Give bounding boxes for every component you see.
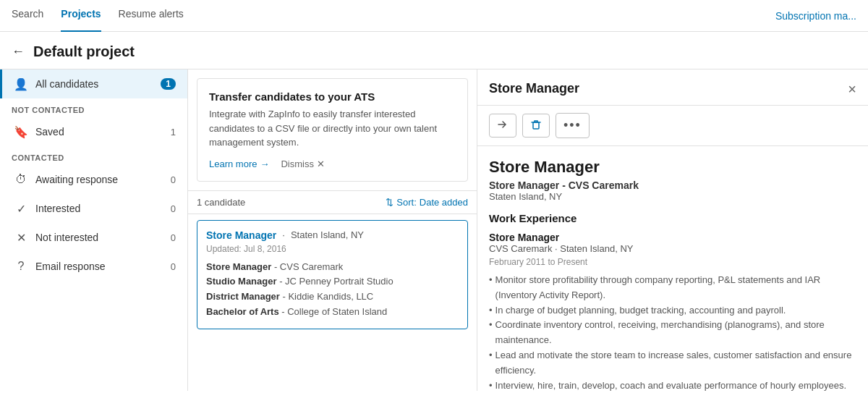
transfer-button[interactable] xyxy=(489,114,516,138)
email-response-count: 0 xyxy=(171,261,176,272)
awaiting-label: Awaiting response xyxy=(35,174,118,185)
sidebar-item-email-left: ? Email response xyxy=(14,259,106,274)
sidebar-item-awaiting[interactable]: ⏱ Awaiting response 0 xyxy=(0,165,187,194)
education: Bachelor of Arts - College of Staten Isl… xyxy=(206,305,459,320)
page-header: ← Default project xyxy=(0,32,868,69)
bullet-2: In charge of budget planning, budget tra… xyxy=(489,303,856,318)
candidate-separator: · xyxy=(282,229,285,240)
work-item-title: Store Manager xyxy=(489,232,856,243)
work-item-company: CVS Caremark · Staten Island, NY xyxy=(489,243,856,254)
role-1: Store Manager - CVS Caremark xyxy=(206,260,459,275)
ats-banner-desc: Integrate with ZapInfo to easily transfe… xyxy=(209,107,456,150)
work-experience-title: Work Experience xyxy=(489,212,856,224)
work-item-0: Store Manager CVS Caremark · Staten Isla… xyxy=(489,232,856,391)
bullet-1: Monitor store profitability through comp… xyxy=(489,273,856,303)
sidebar-item-interested-left: ✓ Interested xyxy=(14,201,80,216)
arrow-right-icon: → xyxy=(260,159,269,169)
not-contacted-section-label: NOT CONTACTED xyxy=(0,98,187,117)
top-nav: Search Projects Resume alerts Subscripti… xyxy=(0,0,868,32)
role-3: District Manager - Kiddie Kandids, LLC xyxy=(206,290,459,305)
work-item-bullets: Monitor store profitability through comp… xyxy=(489,273,856,391)
nav-items: Search Projects Resume alerts xyxy=(12,0,184,32)
interested-label: Interested xyxy=(35,203,80,214)
candidate-detail-section: Store Manager Store Manager - CVS Carema… xyxy=(477,146,868,391)
main-layout: 👤 All candidates 1 NOT CONTACTED 🔖 Saved… xyxy=(0,69,868,391)
sidebar-item-saved-left: 🔖 Saved xyxy=(14,124,64,139)
candidates-header: 1 candidate ⇅ Sort: Date added xyxy=(188,190,477,214)
dismiss-button[interactable]: Dismiss ✕ xyxy=(281,159,325,169)
back-button[interactable]: ← xyxy=(12,44,25,59)
ellipsis-icon: ••• xyxy=(563,118,582,133)
ats-banner-title: Transfer candidates to your ATS xyxy=(209,90,456,103)
right-panel-header: Store Manager × xyxy=(477,69,868,106)
dismiss-x-icon: ✕ xyxy=(317,159,325,169)
work-item-dates: February 2011 to Present xyxy=(489,257,856,267)
sort-value: Date added xyxy=(420,197,468,208)
dismiss-text: Dismiss xyxy=(281,159,314,169)
sidebar-item-awaiting-left: ⏱ Awaiting response xyxy=(14,172,118,187)
bookmark-icon: 🔖 xyxy=(14,124,28,139)
sidebar-item-not-interested-left: ✕ Not interested xyxy=(14,230,98,245)
role-2: Studio Manager - JC Penney Portrait Stud… xyxy=(206,274,459,290)
trash-icon xyxy=(530,119,542,132)
sort-icon: ⇅ xyxy=(386,197,393,208)
center-panel: Transfer candidates to your ATS Integrat… xyxy=(188,69,477,391)
detail-title: Store Manager xyxy=(489,81,579,96)
question-icon: ? xyxy=(14,259,28,274)
contacted-section-label: CONTACTED xyxy=(0,146,187,165)
learn-more-link[interactable]: Learn more → xyxy=(209,159,269,169)
bullet-5: Interview, hire, train, develop, coach a… xyxy=(489,379,856,391)
candidate-card-header: Store Manager · Staten Island, NY xyxy=(206,229,459,241)
sidebar-item-not-interested[interactable]: ✕ Not interested 0 xyxy=(0,223,187,252)
sidebar-item-all-candidates[interactable]: 👤 All candidates 1 xyxy=(0,69,187,98)
bullet-3: Coordinate inventory control, receiving,… xyxy=(489,318,856,348)
right-panel: Store Manager × xyxy=(477,69,868,391)
check-icon: ✓ xyxy=(14,201,28,216)
bullet-4: Lead and motivate the store team to incr… xyxy=(489,348,856,379)
delete-button[interactable] xyxy=(522,114,550,138)
all-candidates-label: All candidates xyxy=(35,78,98,90)
ats-banner-actions: Learn more → Dismiss ✕ xyxy=(209,159,456,169)
all-candidates-count: 1 xyxy=(161,78,176,90)
sidebar-item-email-response[interactable]: ? Email response 0 xyxy=(0,252,187,281)
svg-rect-0 xyxy=(533,122,539,129)
nav-resume-alerts[interactable]: Resume alerts xyxy=(119,0,184,32)
candidate-location: Staten Island, NY xyxy=(291,229,364,240)
nav-projects[interactable]: Projects xyxy=(61,0,101,32)
more-actions-button[interactable]: ••• xyxy=(556,113,590,138)
sort-label: Sort: xyxy=(396,197,416,208)
subscription-link[interactable]: Subscription ma... xyxy=(775,10,856,22)
sidebar: 👤 All candidates 1 NOT CONTACTED 🔖 Saved… xyxy=(0,69,188,391)
right-panel-actions: ••• xyxy=(477,106,868,146)
candidate-name: Store Manager xyxy=(206,229,276,241)
candidate-card-wrapper: ➤ Store Manager · Staten Island, NY Upda… xyxy=(188,220,477,329)
sidebar-item-interested[interactable]: ✓ Interested 0 xyxy=(0,194,187,223)
detail-candidate-name: Store Manager xyxy=(489,158,856,177)
candidate-updated: Updated: Jul 8, 2016 xyxy=(206,244,459,254)
sidebar-item-saved[interactable]: 🔖 Saved 1 xyxy=(0,117,187,146)
awaiting-count: 0 xyxy=(171,174,176,185)
detail-candidate-location: Staten Island, NY xyxy=(489,191,856,202)
close-button[interactable]: × xyxy=(848,82,856,96)
clock-icon: ⏱ xyxy=(14,172,28,187)
candidate-detail: Store Manager - CVS Caremark Studio Mana… xyxy=(206,260,459,320)
learn-more-text: Learn more xyxy=(209,159,257,169)
x-icon: ✕ xyxy=(14,230,28,245)
sidebar-item-all-left: 👤 All candidates xyxy=(14,77,98,91)
sort-control[interactable]: ⇅ Sort: Date added xyxy=(386,197,468,208)
saved-label: Saved xyxy=(35,126,64,138)
person-icon: 👤 xyxy=(14,77,28,91)
not-interested-count: 0 xyxy=(171,232,176,243)
not-interested-label: Not interested xyxy=(35,232,98,243)
saved-count: 1 xyxy=(171,127,176,138)
page-title: Default project xyxy=(33,43,135,60)
detail-candidate-role: Store Manager - CVS Caremark xyxy=(489,179,856,191)
email-response-label: Email response xyxy=(35,261,106,272)
nav-search[interactable]: Search xyxy=(12,0,43,32)
candidates-count: 1 candidate xyxy=(197,197,245,208)
interested-count: 0 xyxy=(171,203,176,214)
transfer-icon xyxy=(497,119,509,132)
candidate-card[interactable]: Store Manager · Staten Island, NY Update… xyxy=(197,220,468,329)
ats-banner: Transfer candidates to your ATS Integrat… xyxy=(197,78,468,182)
